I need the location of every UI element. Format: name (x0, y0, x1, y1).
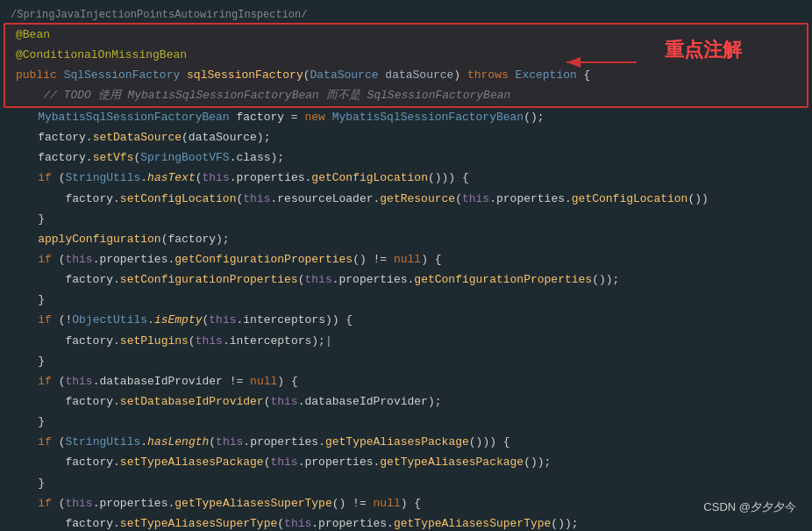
cursor: | (325, 334, 332, 348)
fn-setDataSource: setDataSource (93, 131, 182, 144)
fn-getConfigProps: getConfigurationProperties (175, 253, 353, 266)
this-13: this (284, 517, 311, 530)
code-line-9: factory.setConfigLocation(this.resourceL… (0, 189, 812, 209)
type-stringutils-2: StringUtils (65, 435, 140, 448)
file-path: /SpringJavaInjectionPointsAutowiringInsp… (0, 7, 812, 23)
highlighted-code-block: @Bean @ConditionalOnMissingBean public S… (4, 23, 808, 108)
code-line-17: } (0, 351, 812, 371)
code-line-5: MybatisSqlSessionFactoryBean factory = n… (0, 108, 812, 128)
type-factory: MybatisSqlSessionFactoryBean (38, 111, 229, 124)
fn-getTypeAliasesSuper: getTypeAliasesSuperType (175, 497, 331, 510)
fn-getConfigProps2: getConfigurationProperties (414, 273, 592, 286)
watermark: CSDN @夕夕夕今 (703, 499, 796, 515)
method-name: sqlSessionFactory (187, 68, 303, 82)
code-line-24: if (this.properties.getTypeAliasesSuperT… (0, 493, 812, 513)
code-line-21: if (StringUtils.hasLength(this.propertie… (0, 433, 812, 453)
type-factory-new: MybatisSqlSessionFactoryBean (332, 111, 524, 124)
fn-setPlugins: setPlugins (120, 334, 189, 348)
this-3: this (462, 192, 489, 205)
fn-hasLength-1: hasLength (147, 435, 209, 448)
kw-if-5: if (38, 435, 52, 448)
this-8: this (65, 375, 92, 388)
fn-getTypeAliases: getTypeAliasesPackage (325, 435, 469, 448)
type-stringutils-1: StringUtils (65, 171, 140, 184)
this-4: this (65, 253, 92, 266)
code-line-22: factory.setTypeAliasesPackage(this.prope… (0, 453, 812, 473)
code-line-14: } (0, 291, 812, 311)
code-line-13: factory.setConfigurationProperties(this.… (0, 270, 812, 291)
this-10: this (216, 435, 243, 448)
this-5: this (304, 273, 331, 286)
code-line-23: } (0, 473, 812, 493)
param-type-1: DataSource (310, 68, 379, 82)
return-type: SqlSessionFactory (64, 68, 181, 82)
code-line-16: factory.setPlugins(this.interceptors);| (0, 331, 812, 351)
type-objectutils: ObjectUtils (72, 313, 147, 326)
code-line-19: factory.setDatabaseIdProvider(this.datab… (0, 392, 812, 413)
kw-new: new (304, 111, 324, 124)
fn-setDbIdProvider: setDatabaseIdProvider (120, 395, 264, 408)
fn-getTypeAliases2: getTypeAliasesPackage (380, 456, 524, 469)
kw-if-1: if (38, 171, 52, 184)
fn-setTypeAliasesPackage: setTypeAliasesPackage (120, 456, 264, 469)
this-9: this (270, 395, 297, 408)
code-line-8: if (StringUtils.hasText(this.properties.… (0, 169, 812, 189)
code-line-comment: // TODO 使用 MybatisSqlSessionFactoryBean … (5, 85, 807, 105)
code-line-7: factory.setVfs(SpringBootVFS.class); (0, 148, 812, 169)
param-name-1: dataSource (385, 68, 453, 82)
kw-throws: throws (467, 68, 509, 82)
fn-setConfigProps: setConfigurationProperties (120, 273, 298, 286)
fn-setTypeAliasesSuper: setTypeAliasesSuperType (120, 517, 277, 530)
this-6: this (209, 313, 236, 326)
fn-getTypeAliasesSuper2: getTypeAliasesSuperType (394, 517, 551, 530)
annotation-label: 重点注解 (665, 37, 742, 63)
fn-getResource: getResource (380, 192, 455, 205)
fn-isEmpty: isEmpty (154, 313, 203, 326)
this-1: this (203, 171, 230, 184)
fn-applyConfiguration: applyConfiguration (38, 233, 160, 246)
kw-if-4: if (38, 375, 52, 388)
fn-getConfigLocation2: getConfigLocation (572, 192, 688, 205)
fn-setConfigLocation: setConfigLocation (120, 192, 237, 205)
fn-hasText: hasText (147, 171, 196, 184)
code-line-6: factory.setDataSource(dataSource); (0, 128, 812, 148)
annotation-bean: @Bean (16, 28, 50, 41)
comment-todo: // TODO 使用 MybatisSqlSessionFactoryBean … (16, 89, 510, 102)
code-line-method-sig: public SqlSessionFactory sqlSessionFacto… (5, 65, 807, 85)
annotation-conditional: @ConditionalOnMissingBean (16, 48, 187, 61)
kw-null-1: null (394, 253, 421, 266)
code-line-12: if (this.properties.getConfigurationProp… (0, 250, 812, 270)
kw-if-2: if (38, 253, 52, 266)
code-line-20: } (0, 413, 812, 433)
type-springbootvfs: SpringBootVFS (140, 151, 229, 164)
this-12: this (65, 497, 92, 510)
code-line-25: factory.setTypeAliasesSuperType(this.pro… (0, 513, 812, 531)
code-line-15: if (!ObjectUtils.isEmpty(this.intercepto… (0, 311, 812, 331)
code-container: /SpringJavaInjectionPointsAutowiringInsp… (0, 0, 812, 531)
kw-if-6: if (38, 497, 52, 510)
code-line-11: applyConfiguration(factory); (0, 229, 812, 249)
kw-null-2: null (250, 375, 277, 388)
arrow-icon (562, 49, 641, 75)
this-11: this (270, 456, 297, 469)
kw-null-3: null (374, 497, 401, 510)
fn-setVfs: setVfs (93, 151, 134, 164)
this-7: this (196, 334, 223, 348)
code-line-10: } (0, 209, 812, 229)
kw-public: public (16, 68, 57, 82)
code-line-18: if (this.databaseIdProvider != null) { (0, 371, 812, 391)
this-2: this (243, 192, 270, 205)
kw-if-3: if (38, 313, 52, 326)
fn-getConfigLocation: getConfigLocation (311, 171, 428, 184)
